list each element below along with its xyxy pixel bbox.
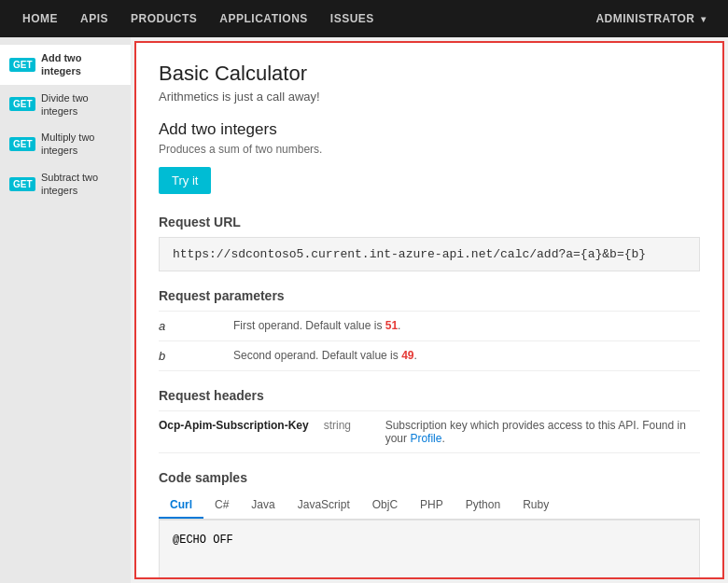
param-desc-a: First operand. Default value is 51.	[233, 319, 700, 332]
sidebar-item-subtract[interactable]: GET Subtract two integers	[0, 164, 131, 204]
param-name-a: a	[159, 319, 233, 333]
section-subtitle: Produces a sum of two numbers.	[159, 143, 700, 156]
param-row-a: a First operand. Default value is 51.	[159, 311, 700, 341]
method-badge-divide: GET	[9, 97, 35, 111]
admin-label: ADMINISTRATOR	[595, 12, 694, 25]
tab-ruby[interactable]: Ruby	[511, 493, 560, 519]
top-nav-right: ADMINISTRATOR ▾	[584, 0, 717, 37]
sidebar-label-add: Add two integers	[41, 51, 121, 78]
chevron-down-icon: ▾	[701, 14, 707, 24]
tab-php[interactable]: PHP	[409, 493, 455, 519]
page-subtitle: Arithmetics is just a call away!	[159, 90, 700, 104]
top-nav: HOME APIS PRODUCTS APPLICATIONS ISSUES A…	[0, 0, 728, 37]
tab-curl[interactable]: Curl	[159, 493, 203, 519]
nav-applications[interactable]: APPLICATIONS	[208, 0, 318, 37]
header-name: Ocp-Apim-Subscription-Key	[159, 419, 309, 432]
sidebar-label-multiply: Multiply two integers	[41, 131, 121, 158]
param-name-b: b	[159, 349, 233, 363]
tab-java[interactable]: Java	[240, 493, 286, 519]
params-table: a First operand. Default value is 51. b …	[159, 311, 700, 371]
profile-link[interactable]: Profile	[410, 432, 441, 445]
nav-apis[interactable]: APIS	[69, 0, 119, 37]
request-url-heading: Request URL	[159, 215, 700, 229]
nav-products[interactable]: PRODUCTS	[119, 0, 208, 37]
param-desc-b: Second operand. Default value is 49.	[233, 349, 700, 362]
code-tabs: Curl C# Java JavaScript ObjC PHP Python …	[159, 493, 700, 520]
section-title: Add two integers	[159, 120, 700, 139]
request-params-heading: Request parameters	[159, 288, 700, 303]
tab-objc[interactable]: ObjC	[361, 493, 409, 519]
request-headers-heading: Request headers	[159, 388, 700, 403]
header-desc: Subscription key which provides access t…	[385, 419, 700, 445]
main-layout: GET Add two integers GET Divide two inte…	[0, 37, 728, 583]
sidebar-item-multiply[interactable]: GET Multiply two integers	[0, 124, 131, 164]
param-value-b: 49	[401, 349, 413, 362]
sidebar-label-divide: Divide two integers	[41, 91, 121, 118]
code-samples-heading: Code samples	[159, 470, 700, 485]
param-value-a: 51	[385, 319, 398, 332]
header-row-subscription-key: Ocp-Apim-Subscription-Key string Subscri…	[159, 410, 700, 453]
sidebar: GET Add two integers GET Divide two inte…	[0, 37, 131, 583]
try-it-button[interactable]: Try it	[159, 167, 211, 194]
content-area: Basic Calculator Arithmetics is just a c…	[134, 41, 724, 579]
nav-issues[interactable]: ISSUES	[319, 0, 385, 37]
code-block: @ECHO OFF curl -v -X GET "https://sdcont…	[159, 520, 700, 579]
param-row-b: b Second operand. Default value is 49.	[159, 341, 700, 371]
sidebar-label-subtract: Subtract two integers	[41, 171, 121, 198]
sidebar-item-divide[interactable]: GET Divide two integers	[0, 85, 131, 125]
headers-table: Ocp-Apim-Subscription-Key string Subscri…	[159, 410, 700, 453]
tab-python[interactable]: Python	[455, 493, 511, 519]
header-type: string	[324, 419, 371, 432]
tab-javascript[interactable]: JavaScript	[287, 493, 361, 519]
tab-csharp[interactable]: C#	[203, 493, 240, 519]
method-badge-subtract: GET	[9, 177, 35, 191]
page-title: Basic Calculator	[159, 62, 700, 86]
admin-menu[interactable]: ADMINISTRATOR ▾	[584, 0, 717, 37]
method-badge-add: GET	[9, 58, 35, 72]
code-line-1: @ECHO OFF	[173, 532, 686, 549]
request-url-box: https://sdcontoso5.current.int-azure-api…	[159, 237, 700, 271]
code-line-blank	[173, 567, 686, 579]
sidebar-item-add[interactable]: GET Add two integers	[0, 45, 131, 85]
nav-home[interactable]: HOME	[11, 0, 69, 37]
method-badge-multiply: GET	[9, 137, 35, 151]
